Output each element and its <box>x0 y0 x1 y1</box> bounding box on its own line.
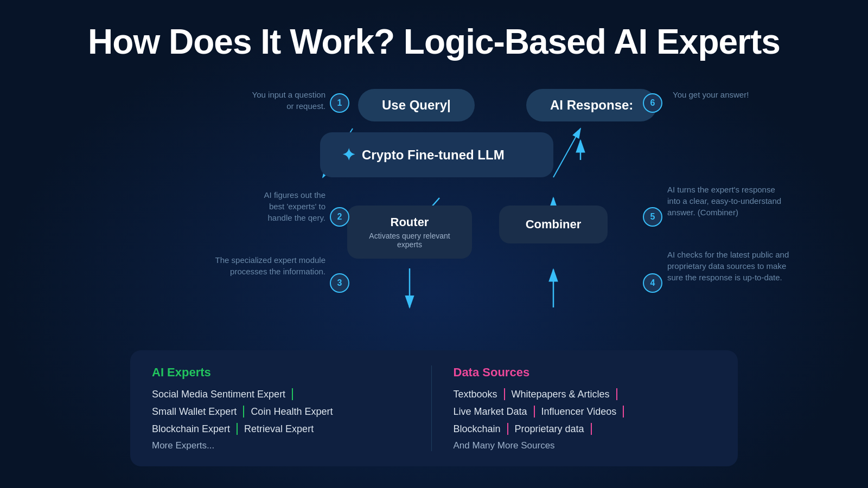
separator-pink-3 <box>534 406 535 418</box>
expert-small-wallet: Small Wallet Expert <box>152 406 237 418</box>
separator-pink-5 <box>507 423 508 435</box>
sparkle-icon: ✦ <box>342 145 355 164</box>
data-sources-row-3: Blockchain Proprietary data <box>454 423 717 435</box>
router-title: Router <box>360 215 459 229</box>
data-sources-panel: Data Sources Textbooks Whitepapers & Art… <box>432 365 717 451</box>
separator-pink-6 <box>591 423 592 435</box>
step-1-circle: 1 <box>330 93 349 113</box>
separator-3 <box>237 423 238 435</box>
router-subtitle: Activates query relevant experts <box>360 232 459 249</box>
combiner-node: Combiner <box>499 206 608 243</box>
step-6-label: You get your answer! <box>673 89 781 100</box>
step-5-label: AI turns the expert's response into a cl… <box>667 184 787 218</box>
separator-pink-1 <box>504 388 505 400</box>
step-5-circle: 5 <box>643 207 662 227</box>
step-4-label: AI checks for the latest public and prop… <box>667 249 792 283</box>
step-2-circle: 2 <box>330 207 349 227</box>
use-query-label: Use Query| <box>382 98 451 112</box>
llm-node: ✦ Crypto Fine-tuned LLM <box>320 132 553 177</box>
step-1-label: You input a questionor request. <box>217 89 326 112</box>
data-sources-heading: Data Sources <box>454 365 717 380</box>
ai-experts-row-1: Social Media Sentiment Expert <box>152 388 415 400</box>
diagram-container: Use Query| AI Response: ✦ Crypto Fine-tu… <box>108 89 760 472</box>
use-query-node: Use Query| <box>358 89 475 121</box>
separator-1 <box>292 388 293 400</box>
bottom-panel: AI Experts Social Media Sentiment Expert… <box>130 350 738 466</box>
ai-experts-panel: AI Experts Social Media Sentiment Expert… <box>152 365 432 451</box>
source-live-market: Live Market Data <box>454 406 527 418</box>
separator-pink-2 <box>616 388 617 400</box>
source-textbooks: Textbooks <box>454 389 497 400</box>
combiner-label: Combiner <box>526 217 582 231</box>
expert-retrieval: Retrieval Expert <box>244 423 314 435</box>
expert-social-media: Social Media Sentiment Expert <box>152 389 285 400</box>
source-whitepapers: Whitepapers & Articles <box>512 389 610 400</box>
ai-response-label: AI Response: <box>550 98 633 112</box>
ai-experts-row-2: Small Wallet Expert Coin Health Expert <box>152 406 415 418</box>
more-sources: And Many More Sources <box>454 440 717 451</box>
ai-experts-row-3: Blockchain Expert Retrieval Expert <box>152 423 415 435</box>
ai-experts-heading: AI Experts <box>152 365 415 380</box>
separator-pink-4 <box>623 406 624 418</box>
step-2-label: AI figures out thebest 'experts' tohandl… <box>206 189 326 223</box>
step-3-label: The specialized expert moduleprocesses t… <box>179 254 326 277</box>
llm-label: Crypto Fine-tuned LLM <box>362 147 505 163</box>
data-sources-row-1: Textbooks Whitepapers & Articles <box>454 388 717 400</box>
more-experts: More Experts... <box>152 440 415 451</box>
step-4-circle: 4 <box>643 273 662 293</box>
source-influencer: Influencer Videos <box>541 406 617 418</box>
source-blockchain: Blockchain <box>454 423 501 435</box>
separator-2 <box>243 406 244 418</box>
step-3-circle: 3 <box>330 273 349 293</box>
data-sources-row-2: Live Market Data Influencer Videos <box>454 406 717 418</box>
source-proprietary: Proprietary data <box>515 423 584 435</box>
expert-blockchain: Blockchain Expert <box>152 423 230 435</box>
page-title: How Does It Work? Logic-Based AI Experts <box>88 22 780 62</box>
router-node: Router Activates query relevant experts <box>347 206 472 259</box>
step-6-circle: 6 <box>643 93 662 113</box>
ai-response-node: AI Response: <box>526 89 657 121</box>
expert-coin-health: Coin Health Expert <box>251 406 333 418</box>
